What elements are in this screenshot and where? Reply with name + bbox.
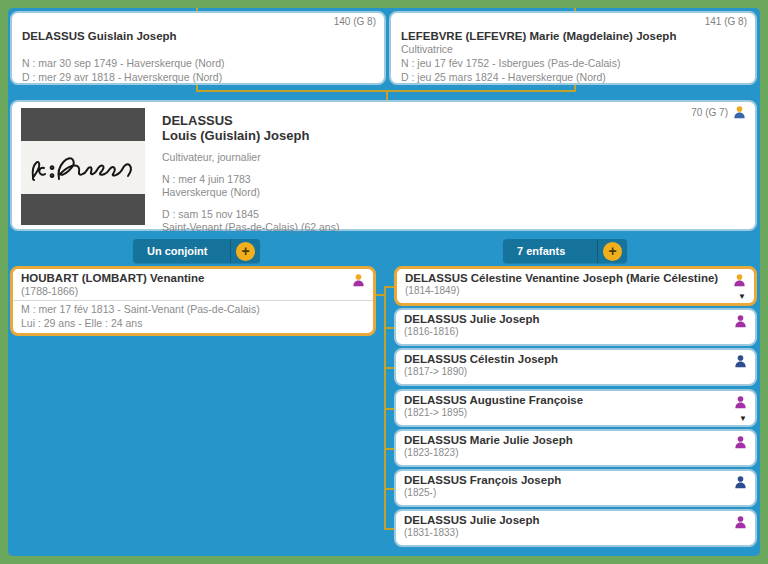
child-years: (1816-1816) (404, 325, 747, 338)
birth-place-line: Haverskerque (Nord) (162, 186, 339, 199)
person-occupation (22, 42, 374, 56)
person-icon (733, 515, 748, 530)
death-date-line: D : sam 15 nov 1845 (162, 208, 339, 221)
spouse-years: (1788-1866) (21, 284, 365, 298)
child-name: DELASSUS François Joseph (404, 474, 747, 486)
signature-image[interactable] (21, 108, 145, 225)
person-icon (733, 314, 748, 329)
spouse-card[interactable]: HOUBART (LOMBART) Venantine (1788-1866) … (10, 266, 376, 336)
marriage-ages-line: Lui : 29 ans - Elle : 24 ans (21, 316, 365, 330)
person-name: DELASSUS Guislain Joseph (22, 30, 374, 42)
marriage-line: M : mer 17 fév 1813 - Saint-Venant (Pas-… (21, 302, 365, 316)
birth-line: N : mar 30 sep 1749 - Haverskerque (Nord… (22, 56, 374, 70)
parent-card-father[interactable]: 140 (G 8) DELASSUS Guislain Joseph N : m… (10, 11, 386, 85)
child-card[interactable]: DELASSUS Célestin Joseph (1817-> 1890) (394, 348, 757, 386)
card-divider (13, 300, 373, 301)
child-years: (1825-) (404, 486, 747, 499)
person-surname: DELASSUS (162, 113, 339, 128)
person-icon (733, 435, 748, 450)
child-card[interactable]: DELASSUS Julie Joseph (1831-1833) (394, 509, 757, 547)
child-name: DELASSUS Augustine Françoise (404, 394, 747, 406)
person-icon (732, 273, 747, 288)
connector-spouse-stub (376, 294, 384, 296)
child-card[interactable]: DELASSUS François Joseph (1825-) (394, 469, 757, 507)
tree-canvas: 140 (G 8) DELASSUS Guislain Joseph N : m… (8, 8, 760, 556)
spouse-button[interactable]: Un conjoint + (133, 239, 260, 263)
death-line: D : mer 29 avr 1818 - Haverskerque (Nord… (22, 70, 374, 84)
spouse-name: HOUBART (LOMBART) Venantine (21, 272, 365, 284)
person-name: LEFEBVRE (LEFEVRE) Marie (Magdelaine) Jo… (401, 30, 745, 42)
person-details: DELASSUS Louis (Guislain) Joseph Cultiva… (162, 113, 339, 234)
expand-descendants-icon[interactable]: ▼ (738, 292, 746, 302)
child-card[interactable]: DELASSUS Augustine Françoise (1821-> 189… (394, 389, 757, 427)
birth-line: N : jeu 17 fév 1752 - Isbergues (Pas-de-… (401, 56, 745, 70)
child-name: DELASSUS Marie Julie Joseph (404, 434, 747, 446)
person-icon (732, 105, 747, 120)
person-occupation: Cultivateur, journalier (162, 151, 339, 164)
person-icon (733, 354, 748, 369)
person-icon (351, 273, 366, 288)
death-place-line: Saint-Venant (Pas-de-Calais) (62 ans) (162, 221, 339, 234)
person-icon (733, 395, 748, 410)
connector-parents-to-person (386, 90, 388, 100)
child-name: DELASSUS Julie Joseph (404, 313, 747, 325)
child-card[interactable]: DELASSUS Julie Joseph (1816-1816) (394, 308, 757, 346)
person-card[interactable]: 70 (G 7) DELASSUS Louis (Guislain) Josep… (10, 100, 757, 231)
sosa-ref-badge: 141 (G 8) (705, 16, 747, 27)
person-occupation: Cultivatrice (401, 42, 745, 56)
birth-date-line: N : mer 4 juin 1783 (162, 173, 339, 186)
add-spouse-button[interactable]: + (230, 239, 260, 263)
child-name: DELASSUS Julie Joseph (404, 514, 747, 526)
child-years: (1823-1823) (404, 446, 747, 459)
person-given-name: Louis (Guislain) Joseph (162, 128, 339, 143)
sosa-ref-badge: 140 (G 8) (334, 16, 376, 27)
plus-icon: + (236, 242, 255, 261)
death-line: D : jeu 25 mars 1824 - Haverskerque (Nor… (401, 70, 745, 84)
expand-descendants-icon[interactable]: ▼ (739, 414, 747, 424)
parent-card-mother[interactable]: 141 (G 8) LEFEBVRE (LEFEVRE) Marie (Magd… (389, 11, 757, 85)
app-window: 140 (G 8) DELASSUS Guislain Joseph N : m… (0, 0, 768, 564)
person-icon (733, 475, 748, 490)
children-button-label: 7 enfants (503, 245, 597, 257)
child-years: (1814-1849) (405, 284, 746, 297)
signature-band (21, 141, 145, 194)
child-years: (1817-> 1890) (404, 365, 747, 378)
sosa-ref-badge: 70 (G 7) (691, 105, 747, 120)
plus-icon: + (603, 242, 622, 261)
spouse-button-label: Un conjoint (133, 245, 230, 257)
signature-scribble-icon (25, 145, 141, 191)
child-name: DELASSUS Célestine Venantine Joseph (Mar… (405, 272, 746, 284)
child-name: DELASSUS Célestin Joseph (404, 353, 747, 365)
children-button[interactable]: 7 enfants + (503, 239, 627, 263)
child-card[interactable]: DELASSUS Célestine Venantine Joseph (Mar… (394, 266, 757, 306)
child-years: (1831-1833) (404, 526, 747, 539)
child-years: (1821-> 1895) (404, 406, 747, 419)
add-child-button[interactable]: + (597, 239, 627, 263)
child-card[interactable]: DELASSUS Marie Julie Joseph (1823-1823) (394, 429, 757, 467)
